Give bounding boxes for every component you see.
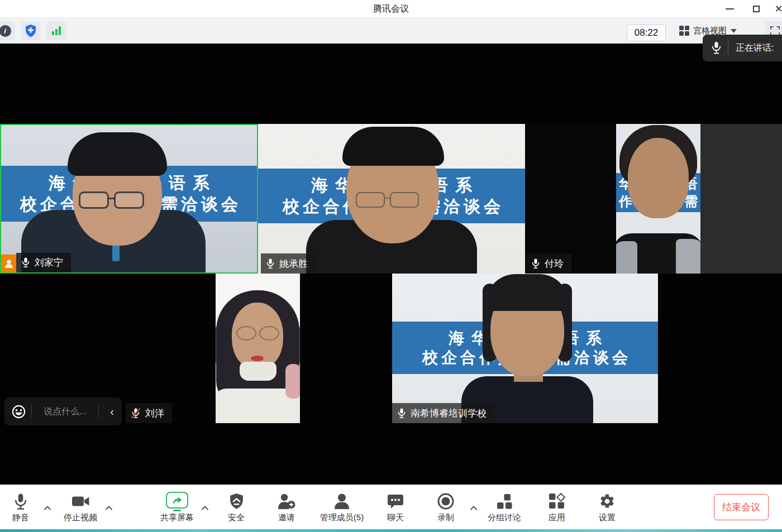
smiley-icon xyxy=(12,405,26,419)
mic-muted-icon xyxy=(131,408,140,419)
mic-on-icon xyxy=(266,258,274,269)
chat-input[interactable]: 说点什么... xyxy=(37,406,93,418)
apps-icon xyxy=(549,493,565,510)
video-options-caret[interactable] xyxy=(105,505,113,510)
network-status-button[interactable] xyxy=(46,21,66,40)
members-icon xyxy=(333,493,350,510)
maximize-icon xyxy=(753,6,760,12)
microphone-icon xyxy=(13,493,28,510)
minimize-button[interactable] xyxy=(723,2,736,16)
participant-silhouette xyxy=(1,125,257,272)
top-toolbar: i 08:22 宫格视图 xyxy=(0,18,782,44)
participant-name: 刘洋 xyxy=(145,407,164,420)
participant-nametag: 付玲 xyxy=(526,253,571,274)
titlebar: 腾讯会议 ✕ xyxy=(0,0,782,18)
participant-silhouette xyxy=(258,124,525,274)
participant-nametag: 刘洋 xyxy=(126,403,172,423)
record-icon xyxy=(437,492,455,510)
maximize-button[interactable] xyxy=(750,2,763,16)
share-screen-icon xyxy=(166,492,188,511)
participant-nametag: 姚承胜 xyxy=(261,253,316,274)
meeting-protect-button[interactable] xyxy=(21,21,41,40)
video-stage: 海华学院外语系 校企合作人才供需洽谈会 xyxy=(0,44,782,485)
share-screen-button[interactable]: 共享屏幕 xyxy=(144,491,211,523)
host-badge xyxy=(1,255,16,272)
mic-on-icon xyxy=(22,257,30,268)
settings-gear-icon xyxy=(599,493,616,510)
chevron-up-icon xyxy=(105,505,113,510)
now-speaking-panel: 正在讲话: xyxy=(703,35,782,61)
participant-silhouette xyxy=(392,274,658,423)
video-tile-yaochengsheng[interactable]: 海华学院外语系 校企合作人才供需洽谈会 姚承胜 xyxy=(258,124,525,274)
participant-nametag: 南希博睿培训学校 xyxy=(392,403,494,423)
meeting-info-button[interactable]: i xyxy=(0,21,15,40)
tile-filler xyxy=(700,124,782,274)
video-tile-liuyang[interactable]: 华 语 作 需 xyxy=(125,274,392,423)
host-person-icon xyxy=(4,259,13,269)
video-tile-nanxiborui[interactable]: 海华学院外语系 校企合作人才供需洽谈会 南希博睿培训学校 xyxy=(392,274,658,423)
stop-video-button[interactable]: 停止视频 xyxy=(47,491,114,523)
shield-plus-icon xyxy=(25,24,37,38)
divider xyxy=(728,41,728,55)
participant-name: 南希博睿培训学校 xyxy=(411,407,487,420)
speaking-label: 正在讲话: xyxy=(736,42,774,54)
participant-name: 付玲 xyxy=(545,257,564,270)
emoji-button[interactable] xyxy=(12,405,26,419)
chat-icon xyxy=(387,494,404,509)
meeting-window: 腾讯会议 ✕ i 08:22 宫格视图 xyxy=(0,0,782,532)
camera-icon xyxy=(71,494,90,509)
mic-on-icon xyxy=(532,258,540,269)
collapse-chat-button[interactable]: ‹ xyxy=(110,406,114,417)
divider xyxy=(31,405,32,418)
participant-name: 姚承胜 xyxy=(279,257,308,270)
close-icon: ✕ xyxy=(774,4,782,14)
participant-nametag: 刘家宁 xyxy=(16,253,71,272)
mic-on-icon xyxy=(398,408,406,419)
participant-silhouette xyxy=(216,274,300,423)
participant-silhouette xyxy=(616,124,700,274)
breakout-icon xyxy=(497,493,513,510)
desktop-taskbar-sliver xyxy=(0,529,782,532)
close-button[interactable]: ✕ xyxy=(772,2,782,16)
divider xyxy=(98,405,99,418)
record-button[interactable]: 录制 xyxy=(412,491,479,523)
portrait-video: 华 语 作 需 xyxy=(216,274,300,423)
video-tile-fuling[interactable]: 华 语 作 需 xyxy=(525,124,782,274)
signal-bars-icon xyxy=(52,26,61,35)
participant-name: 刘家宁 xyxy=(35,256,63,269)
info-icon: i xyxy=(0,25,11,37)
minimize-icon xyxy=(726,8,734,9)
quick-chat-bar: 说点什么... ‹ xyxy=(4,397,122,425)
speaking-mic-icon xyxy=(712,41,721,55)
bottom-toolbar: 静音 停止视频 xyxy=(0,485,782,529)
shield-icon xyxy=(229,493,244,510)
end-meeting-button[interactable]: 结束会议 xyxy=(714,494,769,520)
video-tile-liujianing[interactable]: 海华学院外语系 校企合作人才供需洽谈会 xyxy=(0,124,258,274)
app-title: 腾讯会议 xyxy=(0,3,782,15)
invite-icon xyxy=(277,493,296,510)
grid-view-icon xyxy=(679,26,689,36)
portrait-video: 华 语 作 需 xyxy=(616,124,700,274)
settings-button[interactable]: 设置 xyxy=(574,491,641,523)
chevron-down-icon xyxy=(731,29,737,33)
meeting-timer: 08:22 xyxy=(627,25,666,41)
